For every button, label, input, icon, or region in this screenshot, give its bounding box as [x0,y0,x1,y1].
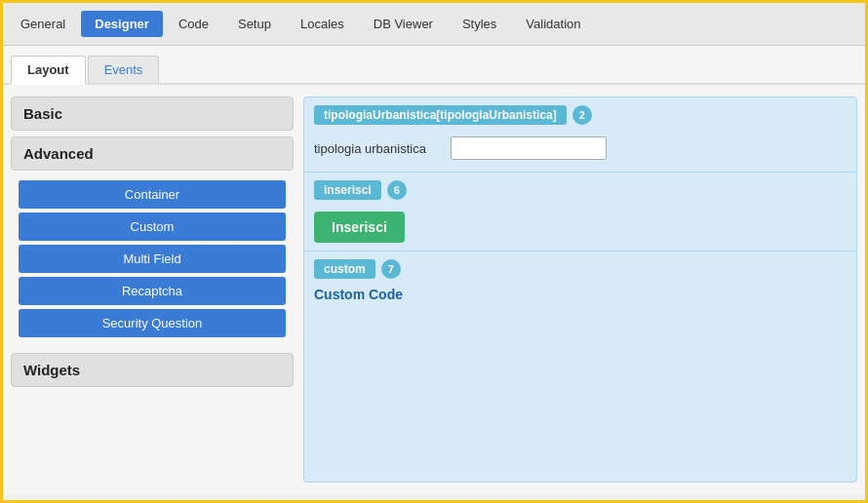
nav-tab-dbviewer[interactable]: DB Viewer [360,11,447,37]
custom-code-label: Custom Code [314,287,847,302]
tab-layout[interactable]: Layout [11,56,86,85]
left-panel: Basic Advanced Container Custom Multi Fi… [11,97,294,483]
tipologia-tag: tipologiaUrbanistica[tipologiaUrbanistic… [314,105,567,125]
advanced-section-items: Container Custom Multi Field Recaptcha S… [11,176,294,345]
inserisci-badge: 6 [387,180,407,200]
section-advanced-header: Advanced [11,136,294,171]
tipologia-field-row: tipologia urbanistica [314,133,847,164]
custom-tag: custom [314,259,375,279]
component-btn-container[interactable]: Container [19,180,286,209]
inserisci-tag: inserisci [314,180,381,200]
nav-tab-locales[interactable]: Locales [287,11,358,37]
tipologia-field-input[interactable] [451,136,607,160]
custom-tag-row: custom 7 [314,259,847,279]
tipologia-badge: 2 [572,105,592,125]
custom-badge: 7 [381,259,401,279]
block-custom: custom 7 Custom Code [304,252,856,310]
tipologia-field-label: tipologia urbanistica [314,141,441,156]
component-btn-multifield[interactable]: Multi Field [19,245,286,273]
component-btn-securityquestion[interactable]: Security Question [19,309,286,337]
section-widgets-header: Widgets [11,353,294,387]
sub-tabs: Layout Events [3,46,865,85]
block-tipologia: tipologiaUrbanistica[tipologiaUrbanistic… [304,97,856,173]
nav-tab-designer[interactable]: Designer [81,11,163,37]
inserisci-tag-row: inserisci 6 [314,180,847,200]
right-panel: tipologiaUrbanistica[tipologiaUrbanistic… [303,97,857,483]
component-btn-recaptcha[interactable]: Recaptcha [19,277,286,305]
nav-tab-validation[interactable]: Validation [512,11,594,37]
section-basic-header: Basic [11,97,294,131]
nav-tab-code[interactable]: Code [165,11,222,37]
tipologia-tag-row: tipologiaUrbanistica[tipologiaUrbanistic… [314,105,847,125]
nav-tab-styles[interactable]: Styles [449,11,510,37]
inserisci-button[interactable]: Inserisci [314,212,405,243]
top-nav: General Designer Code Setup Locales DB V… [3,3,865,46]
nav-tab-setup[interactable]: Setup [224,11,285,37]
main-content: Basic Advanced Container Custom Multi Fi… [3,85,865,494]
nav-tab-general[interactable]: General [7,11,79,37]
block-inserisci: inserisci 6 Inserisci [304,173,856,252]
tab-events[interactable]: Events [88,56,160,83]
component-btn-custom[interactable]: Custom [19,213,286,241]
